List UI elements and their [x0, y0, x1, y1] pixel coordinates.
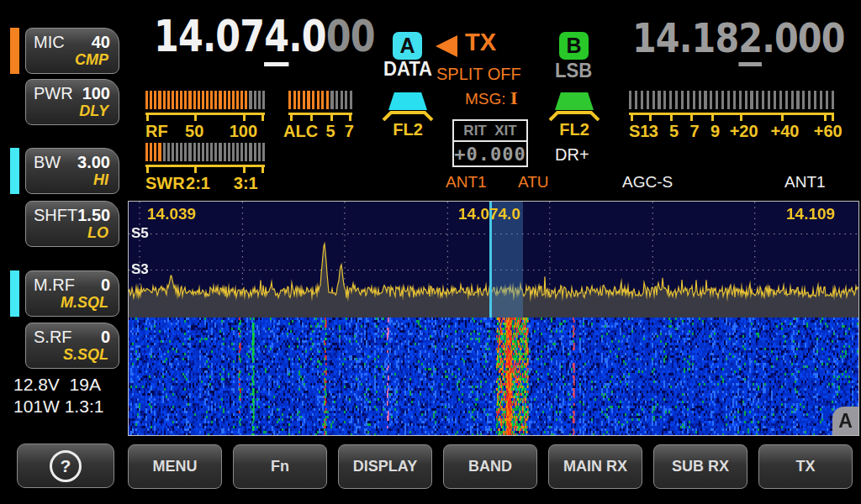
rit-xit-value: +0.000	[454, 142, 526, 167]
vfo-b-frequency[interactable]: 14.182.000	[632, 14, 845, 66]
bottom-button-bar: MENUFnDISPLAYBANDMAIN RXSUB RXTX	[128, 444, 853, 489]
msg-status[interactable]: MSG: I	[465, 89, 518, 108]
waterfall-canvas[interactable]	[129, 318, 858, 435]
swr-meter: SWR 2:1 3:1	[145, 143, 265, 161]
tuning-step-underline: 4	[264, 12, 288, 66]
atu-indicator[interactable]: ATU	[518, 173, 549, 192]
sidebar-button-shft[interactable]: SHFT1.50LO	[25, 201, 119, 247]
filter-a-label[interactable]: FL2	[382, 120, 434, 139]
spectrum-freq-right: 14.109	[786, 205, 835, 223]
filter-b-label[interactable]: FL2	[548, 120, 600, 139]
tx-indicator: TX	[465, 29, 496, 56]
bottom-button-band[interactable]: BAND	[443, 444, 537, 489]
radio-screen: MIC40CMPPWR100DLYBW3.00HISHFT1.50LOM.RF0…	[0, 0, 861, 504]
rf-meter-scale	[145, 113, 265, 115]
sidebar-button-pwr[interactable]: PWR100DLY	[25, 79, 119, 125]
filter-shape-b-icon	[555, 92, 594, 110]
spectrum-waterfall-panel[interactable]: 14.039 14.074.0 14.109 S5 S3 A	[128, 201, 859, 436]
rf-meter-bar	[145, 91, 265, 109]
ant-sub-indicator[interactable]: ANT1	[784, 173, 826, 192]
s5-gridline-label: S5	[131, 225, 149, 242]
active-indicator-mrf	[10, 270, 19, 317]
help-button[interactable]: ?	[17, 444, 114, 488]
bottom-button-fn[interactable]: Fn	[233, 444, 327, 489]
alc-meter-label: ALC	[283, 122, 318, 141]
dr-indicator: DR+	[555, 145, 589, 165]
ant-main-indicator[interactable]: ANT1	[446, 173, 487, 192]
s-meter-scale	[629, 113, 834, 115]
spectrum-freq-center: 14.074.0	[458, 205, 520, 223]
question-icon: ?	[50, 450, 82, 482]
waterfall-vfo-badge: A	[832, 407, 858, 435]
active-indicator-mic	[10, 28, 19, 74]
tx-direction-arrow-icon	[436, 35, 457, 57]
sidebar-button-mic[interactable]: MIC40CMP	[25, 28, 119, 74]
active-indicator-bw	[10, 148, 19, 194]
bottom-button-tx[interactable]: TX	[758, 444, 853, 489]
split-status[interactable]: SPLIT OFF	[436, 65, 521, 84]
vfo-a-frequency[interactable]: 14.074.000	[154, 12, 375, 66]
alc-meter: ALC 5 7	[288, 91, 352, 109]
sidebar-button-bw[interactable]: BW3.00HI	[25, 148, 119, 194]
bottom-button-display[interactable]: DISPLAY	[338, 444, 432, 489]
s3-gridline-label: S3	[131, 261, 149, 278]
vfo-b-mode[interactable]: LSB	[541, 59, 605, 82]
sidebar-button-mrf[interactable]: M.RF0M.SQL	[25, 270, 119, 317]
filter-shape-a-icon	[388, 92, 427, 110]
bottom-button-menu[interactable]: MENU	[128, 444, 222, 489]
alc-meter-scale	[288, 113, 352, 115]
rf-meter-label: RF	[145, 122, 168, 141]
swr-meter-label: SWR	[145, 174, 185, 193]
power-swr-readout: 101W 1.3:1	[13, 396, 103, 417]
vfo-a-badge[interactable]: A	[393, 32, 422, 60]
sidebar-button-srf[interactable]: S.RF0S.SQL	[25, 323, 119, 369]
vfo-b-badge[interactable]: B	[559, 32, 589, 60]
tuning-step-underline-b: 2	[738, 14, 762, 66]
vfo-a-mode[interactable]: DATA	[376, 57, 439, 81]
agc-indicator[interactable]: AGC-S	[622, 173, 673, 192]
swr-meter-scale	[145, 165, 265, 167]
s-meter-bar	[629, 91, 834, 109]
rit-xit-box[interactable]: RIT XIT +0.000	[452, 119, 528, 167]
rf-meter: RF 50 100	[145, 91, 265, 109]
voltage-current-readout: 12.8V 19A	[13, 375, 101, 395]
bottom-button-main-rx[interactable]: MAIN RX	[548, 444, 642, 489]
bottom-button-sub-rx[interactable]: SUB RX	[653, 444, 747, 489]
rit-xit-title: RIT XIT	[454, 121, 526, 142]
swr-meter-bar	[145, 143, 265, 161]
s-meter: S13579+20+40+60	[629, 91, 834, 109]
alc-meter-bar	[288, 91, 352, 109]
spectrum-freq-left: 14.039	[147, 205, 196, 223]
